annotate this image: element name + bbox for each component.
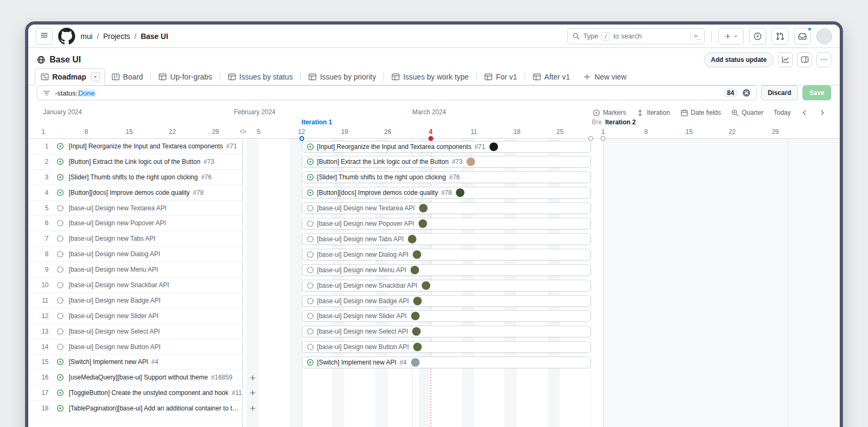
table-row[interactable]: 17[ToggleButton] Create the unstyled com… bbox=[28, 385, 242, 401]
table-row[interactable]: 2[Button] Extract the Link logic out of … bbox=[28, 154, 242, 170]
assignee-avatar[interactable] bbox=[413, 250, 421, 259]
assignee-avatar[interactable] bbox=[411, 266, 419, 274]
timeline-bar[interactable]: [Switch] Implement new API #4 bbox=[302, 357, 591, 368]
item-title[interactable]: [useMediaQuery][base-ui] Support without… bbox=[69, 374, 208, 381]
table-row[interactable]: 7[base-ui] Design new Tabs API bbox=[28, 231, 242, 247]
table-row[interactable]: 3[Slider] Thumb shifts to the right upon… bbox=[28, 170, 242, 185]
pull-requests-button[interactable] bbox=[771, 28, 789, 45]
timeline-bar[interactable]: [base-ui] Design new Badge API bbox=[302, 295, 591, 307]
pane-resize-handle[interactable] bbox=[239, 128, 247, 136]
item-title[interactable]: [base-ui] Design new Select API bbox=[69, 328, 160, 335]
iteration-1-label[interactable]: Iteration 1 bbox=[302, 118, 332, 126]
tab-after-v1[interactable]: After v1 bbox=[526, 69, 576, 85]
tab-new-view[interactable]: New view bbox=[576, 69, 633, 85]
assignee-avatar[interactable] bbox=[422, 281, 430, 290]
item-title[interactable]: [base-ui] Design new Button API bbox=[69, 343, 160, 351]
issues-button[interactable] bbox=[749, 28, 766, 45]
control-quarter[interactable]: Quarter bbox=[731, 109, 763, 117]
hamburger-menu-button[interactable] bbox=[36, 28, 53, 45]
timeline-bar[interactable]: [base-ui] Design new Snackbar API bbox=[302, 280, 591, 291]
item-title[interactable]: [base-ui] Design new Menu API bbox=[69, 266, 158, 273]
command-palette-icon[interactable]: >_ bbox=[694, 33, 700, 39]
add-date-button[interactable] bbox=[247, 373, 258, 383]
user-avatar[interactable] bbox=[816, 28, 832, 44]
discard-button[interactable]: Discard bbox=[761, 85, 798, 100]
add-date-button[interactable] bbox=[247, 388, 258, 398]
table-row[interactable]: 12[base-ui] Design new Slider API bbox=[28, 309, 242, 324]
item-title[interactable]: [base-ui] Design new Textarea API bbox=[69, 204, 166, 212]
timeline-bar[interactable]: [Button][docs] Improve demos code qualit… bbox=[302, 187, 591, 199]
item-title[interactable]: [base-ui] Design new Badge API bbox=[69, 297, 160, 304]
control-today[interactable]: Today bbox=[774, 109, 791, 116]
item-title[interactable]: [TablePagination][base-ui] Add an additi… bbox=[69, 405, 238, 412]
item-title[interactable]: [base-ui] Design new Tabs API bbox=[69, 235, 156, 242]
control-date-fields[interactable]: Date fields bbox=[680, 109, 721, 117]
tab-issues-by-status[interactable]: Issues by status bbox=[221, 69, 299, 85]
item-title[interactable]: [base-ui] Design new Slider API bbox=[69, 312, 158, 320]
timeline-bar[interactable]: [Button] Extract the Link logic out of t… bbox=[302, 156, 591, 168]
item-title[interactable]: [base-ui] Design new Snackbar API bbox=[69, 281, 169, 289]
project-more-options-button[interactable] bbox=[816, 52, 831, 67]
item-title[interactable]: [ToggleButton] Create the unstyled compo… bbox=[69, 389, 229, 397]
item-title[interactable]: [base-ui] Design new Dialog API bbox=[69, 250, 160, 258]
timeline-bar[interactable]: [base-ui] Design new Tabs API bbox=[302, 233, 591, 245]
table-row[interactable]: 18[TablePagination][base-ui] Add an addi… bbox=[28, 401, 242, 416]
tab-issues-by-work-type[interactable]: Issues by work type bbox=[385, 69, 475, 85]
tab-roadmap[interactable]: Roadmap bbox=[35, 68, 105, 85]
timeline-bar[interactable]: [base-ui] Design new Button API bbox=[302, 341, 591, 353]
timeline-bar[interactable]: [base-ui] Design new Dialog API bbox=[302, 249, 591, 260]
iteration-2-label[interactable]: Iteration 2 bbox=[605, 118, 636, 126]
timeline-bar[interactable]: [base-ui] Design new Slider API bbox=[302, 310, 591, 322]
control-markers[interactable]: Markers bbox=[592, 109, 626, 117]
table-row[interactable]: 1[Input] Reorganize the Input and Textar… bbox=[28, 139, 242, 154]
table-row[interactable]: 11[base-ui] Design new Badge API bbox=[28, 293, 242, 309]
table-row[interactable]: 10[base-ui] Design new Snackbar API bbox=[28, 278, 242, 293]
search-input[interactable]: Type / to search >_ bbox=[567, 28, 705, 44]
add-date-button[interactable] bbox=[247, 403, 258, 414]
timeline-bar[interactable]: [base-ui] Design new Textarea API bbox=[302, 202, 591, 214]
timeline-bar[interactable]: [base-ui] Design new Popover API bbox=[302, 218, 591, 230]
inbox-button[interactable] bbox=[794, 28, 811, 45]
assignee-avatar[interactable] bbox=[413, 297, 422, 305]
side-panel-button[interactable] bbox=[797, 52, 812, 67]
timeline-bar[interactable]: [base-ui] Design new Menu API bbox=[302, 264, 591, 276]
clear-filter-button[interactable] bbox=[742, 89, 751, 97]
assignee-avatar[interactable] bbox=[456, 188, 464, 197]
table-row[interactable]: 4[Button][docs] Improve demos code quali… bbox=[28, 185, 242, 201]
breadcrumb-item-base-ui[interactable]: Base UI bbox=[141, 32, 168, 41]
assignee-avatar[interactable] bbox=[411, 358, 420, 367]
item-title[interactable]: [Button][docs] Improve demos code qualit… bbox=[69, 189, 190, 196]
tab-board[interactable]: Board bbox=[105, 69, 149, 85]
breadcrumb-item-projects[interactable]: Projects bbox=[103, 32, 130, 41]
save-button[interactable]: Save bbox=[802, 85, 831, 100]
tab-for-v1[interactable]: For v1 bbox=[478, 69, 524, 85]
table-row[interactable]: 13[base-ui] Design new Select API bbox=[28, 324, 242, 339]
assignee-avatar[interactable] bbox=[419, 219, 427, 228]
timeline-bar[interactable]: [Input] Reorganize the Input and Textare… bbox=[302, 141, 591, 153]
scroll-right-button[interactable] bbox=[818, 109, 826, 116]
assignee-avatar[interactable] bbox=[413, 343, 422, 351]
tab-up-for-grabs[interactable]: Up-for-grabs bbox=[152, 69, 219, 85]
add-status-update-button[interactable]: Add status update bbox=[704, 52, 774, 67]
create-new-button[interactable] bbox=[718, 28, 744, 45]
github-logo[interactable] bbox=[58, 28, 75, 45]
table-row[interactable]: 6[base-ui] Design new Popover API bbox=[28, 216, 242, 231]
scroll-left-button[interactable] bbox=[801, 109, 808, 116]
assignee-avatar[interactable] bbox=[467, 157, 475, 166]
item-title[interactable]: [Button] Extract the Link logic out of t… bbox=[69, 158, 200, 165]
tab-issues-by-priority[interactable]: Issues by priority bbox=[302, 69, 382, 85]
table-row[interactable]: 15[Switch] Implement new API#4 bbox=[28, 354, 242, 370]
item-title[interactable]: [base-ui] Design new Popover API bbox=[69, 219, 166, 227]
insights-button[interactable] bbox=[778, 52, 793, 67]
table-row[interactable]: 5[base-ui] Design new Textarea API bbox=[28, 201, 242, 216]
table-row[interactable]: 8[base-ui] Design new Dialog API bbox=[28, 247, 242, 262]
item-title[interactable]: [Input] Reorganize the Input and Textare… bbox=[69, 143, 223, 150]
table-row[interactable]: 16[useMediaQuery][base-ui] Support witho… bbox=[28, 370, 242, 385]
assignee-avatar[interactable] bbox=[408, 235, 416, 243]
assignee-avatar[interactable] bbox=[419, 204, 428, 212]
item-title[interactable]: [Slider] Thumb shifts to the right upon … bbox=[69, 173, 198, 181]
table-row[interactable]: 14[base-ui] Design new Button API bbox=[28, 339, 242, 355]
filter-input[interactable]: -status:Done 84 bbox=[37, 85, 757, 100]
control-iteration[interactable]: Iteration bbox=[636, 109, 670, 117]
table-row[interactable]: 9[base-ui] Design new Menu API bbox=[28, 262, 242, 278]
